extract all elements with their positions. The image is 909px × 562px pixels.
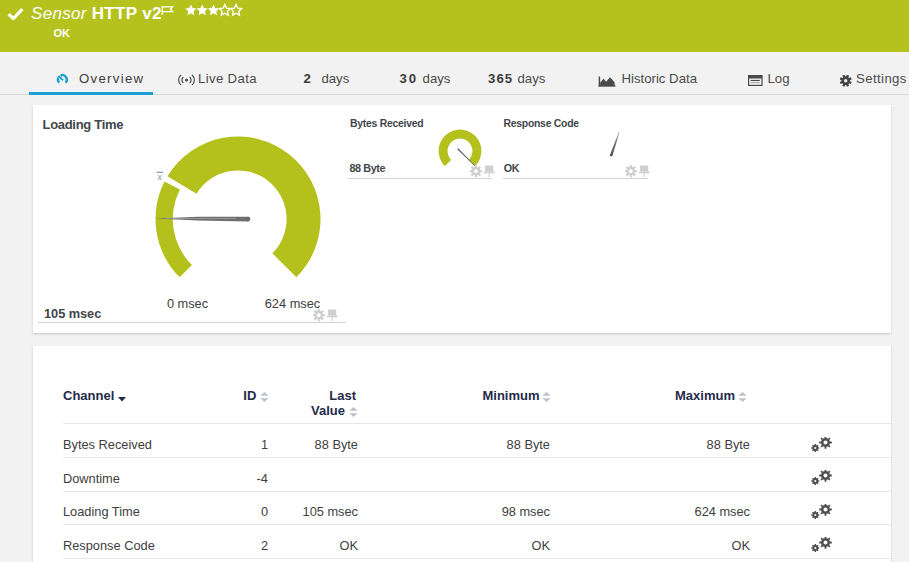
svg-text:x: x	[158, 172, 163, 182]
